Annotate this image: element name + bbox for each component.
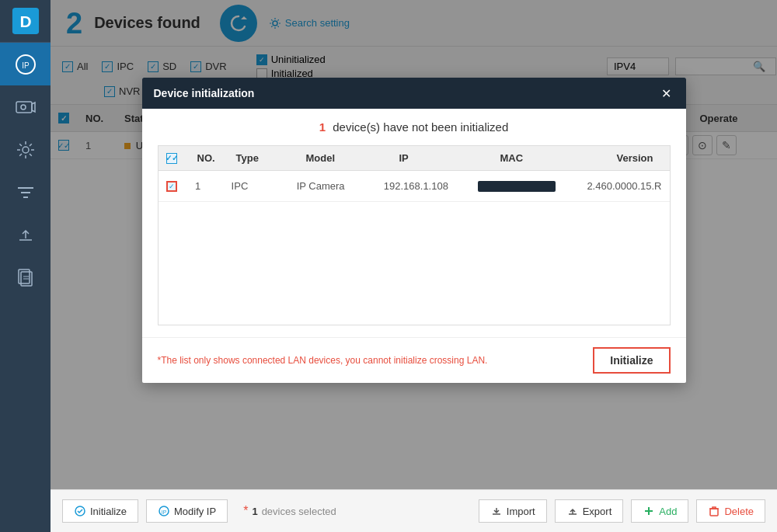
bottombar: Initialize IP Modify IP * 1 devices sele… bbox=[51, 489, 777, 532]
sidebar: D IP bbox=[0, 0, 51, 532]
svg-rect-4 bbox=[16, 102, 32, 113]
mac-value-hidden bbox=[478, 181, 556, 192]
device-initialization-modal: Device initialization ✕ 1 device(s) have… bbox=[142, 78, 686, 383]
modal-overlay: Device initialization ✕ 1 device(s) have… bbox=[51, 0, 777, 489]
modal-table-row[interactable]: 1 IPC IP Camera 192.168.1.108 2.460.0000… bbox=[159, 171, 670, 202]
add-label: Add bbox=[659, 506, 677, 517]
initialize-button[interactable]: Initialize bbox=[62, 499, 138, 523]
modal-body: 1 device(s) have not been initialized ✓ … bbox=[142, 109, 686, 337]
sidebar-item-tools[interactable] bbox=[0, 171, 51, 214]
modal-subtitle-text: device(s) have not been initialized bbox=[333, 120, 508, 134]
modal-row-checkbox-cell bbox=[166, 181, 195, 192]
initialize-label: Initialize bbox=[90, 506, 127, 517]
modal-th-check: ✓ bbox=[166, 153, 197, 164]
selected-count: 1 bbox=[252, 506, 257, 517]
svg-text:IP: IP bbox=[162, 509, 167, 515]
sidebar-item-docs[interactable] bbox=[0, 256, 51, 299]
export-button[interactable]: Export bbox=[555, 499, 624, 523]
sidebar-item-upload[interactable] bbox=[0, 214, 51, 256]
modal-th-type: Type bbox=[236, 152, 306, 164]
add-button[interactable]: Add bbox=[631, 499, 688, 523]
modal-row-no: 1 bbox=[195, 180, 232, 192]
modal-th-ip: IP bbox=[399, 152, 500, 164]
svg-marker-5 bbox=[32, 103, 35, 112]
modal-device-count: 1 bbox=[319, 120, 326, 134]
import-label: Import bbox=[507, 506, 535, 517]
modal-initialize-button[interactable]: Initialize bbox=[593, 347, 670, 374]
modal-th-no: NO. bbox=[197, 152, 236, 164]
selected-label: devices selected bbox=[262, 506, 336, 517]
modal-table-body: 1 IPC IP Camera 192.168.1.108 2.460.0000… bbox=[158, 170, 671, 325]
delete-label: Delete bbox=[724, 506, 754, 517]
modal-close-button[interactable]: ✕ bbox=[659, 85, 674, 101]
sidebar-item-ip[interactable]: IP bbox=[0, 43, 51, 85]
asterisk: * bbox=[243, 504, 248, 518]
sidebar-item-settings[interactable] bbox=[0, 128, 51, 171]
import-button[interactable]: Import bbox=[479, 499, 547, 523]
bottom-right-actions: Import Export Add Delete bbox=[479, 499, 765, 523]
svg-rect-22 bbox=[710, 509, 718, 516]
modal-select-all[interactable]: ✓ bbox=[166, 153, 177, 164]
modal-row-version: 2.460.0000.15.R bbox=[587, 180, 661, 192]
footer-note: *The list only shows connected LAN devic… bbox=[158, 355, 582, 366]
modal-th-version: Version bbox=[617, 152, 662, 164]
svg-point-7 bbox=[23, 147, 29, 153]
modal-th-model: Model bbox=[306, 152, 399, 164]
modal-header: Device initialization ✕ bbox=[142, 78, 686, 109]
delete-button[interactable]: Delete bbox=[696, 499, 765, 523]
modify-ip-button[interactable]: IP Modify IP bbox=[146, 499, 228, 523]
modal-row-ip: 192.168.1.108 bbox=[384, 180, 478, 192]
modal-row-mac bbox=[478, 180, 587, 193]
modal-subtitle: 1 device(s) have not been initialized bbox=[158, 120, 671, 134]
modal-table-header: ✓ NO. Type Model IP MAC Version bbox=[158, 145, 671, 170]
modal-row-type: IPC bbox=[232, 180, 297, 192]
svg-point-6 bbox=[21, 105, 26, 110]
modal-footer: *The list only shows connected LAN devic… bbox=[142, 337, 686, 383]
modal-row-checkbox[interactable] bbox=[166, 181, 177, 192]
svg-text:D: D bbox=[19, 12, 31, 30]
sidebar-item-camera[interactable] bbox=[0, 85, 51, 128]
selected-info: * 1 devices selected bbox=[243, 504, 336, 518]
modal-th-mac: MAC bbox=[500, 152, 617, 164]
svg-text:IP: IP bbox=[22, 61, 30, 70]
modal-row-model: IP Camera bbox=[297, 180, 384, 192]
export-label: Export bbox=[583, 506, 612, 517]
modal-title: Device initialization bbox=[154, 87, 255, 99]
sidebar-logo: D bbox=[0, 0, 51, 43]
modify-ip-label: Modify IP bbox=[174, 506, 216, 517]
